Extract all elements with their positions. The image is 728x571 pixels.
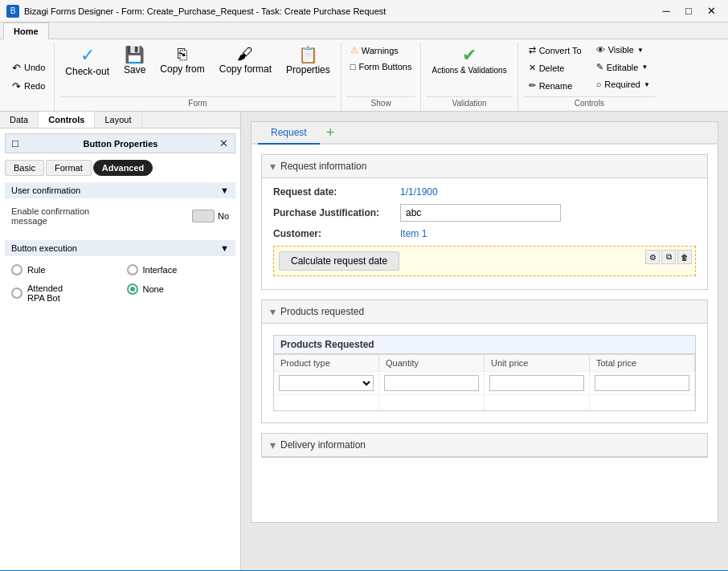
radio-col-left: Rule Attended RPA Bot [11,264,114,303]
unit-price-input[interactable] [489,375,584,391]
products-title: Products requested [280,306,364,317]
radio-rule[interactable]: Rule [11,264,114,275]
copy-format-label: Copy format [219,63,272,75]
radio-interface-label: Interface [143,265,178,275]
request-info-section: ▾ Request information Request date: 1/1/… [261,154,708,290]
undo-redo-group: ↶ Undo ↷ Redo [3,43,55,111]
ribbon-group-validation-items: ✔ Actions & Validations [426,43,512,96]
ribbon-tab-home[interactable]: Home [3,22,49,39]
request-info-collapse[interactable]: ▾ [270,160,276,173]
actions-label: Actions & Validations [431,66,506,75]
actions-validations-button[interactable]: ✔ Actions & Validations [426,43,512,77]
warnings-label: Warnings [362,46,399,55]
table-empty-row [274,394,695,410]
ribbon-tabs: Home [0,22,728,39]
col-product-type: Product type [274,354,379,371]
toggle-label: No [218,211,229,221]
delivery-collapse[interactable]: ▾ [270,438,276,451]
button-toolbar: ⚙ ⧉ 🗑 [645,250,692,264]
btn-tool-settings[interactable]: ⚙ [645,250,660,264]
undo-label: Undo [24,63,45,72]
form-buttons-button[interactable]: □ Form Buttons [346,59,416,74]
cell-empty1 [274,394,379,410]
delivery-section: ▾ Delivery information [261,433,708,458]
properties-icon: □ [12,137,18,149]
ribbon-group-controls-items: ⇄ Convert To ✕ Delete ✏ Rename 👁 [523,43,656,96]
products-collapse[interactable]: ▾ [270,305,276,318]
required-label: Required [604,80,640,89]
radio-interface-circle [127,264,138,275]
total-price-input[interactable] [595,375,689,391]
products-header: ▾ Products requested [262,300,707,324]
editable-button[interactable]: ✎ Editable ▼ [591,59,656,75]
convert-icon: ⇄ [529,45,536,55]
property-tab-format[interactable]: Format [46,160,92,176]
purchase-justification-label: Purchase Justification: [273,207,394,218]
property-tab-basic[interactable]: Basic [5,160,44,176]
user-confirmation-collapse-icon: ▼ [220,186,229,195]
properties-icon: 📋 [298,45,318,64]
customer-link[interactable]: Item 1 [400,228,427,239]
btn-tool-copy[interactable]: ⧉ [661,250,676,264]
canvas-tabs: Request + [252,122,718,145]
rename-button[interactable]: ✏ Rename [523,78,587,93]
required-button[interactable]: ○ Required ▼ [591,77,656,92]
btn-tool-delete[interactable]: 🗑 [677,250,692,264]
form-canvas: Request + ▾ Request information Request … [251,121,718,523]
properties-header: □ Button Properties ✕ [5,133,235,153]
user-confirmation-section-header[interactable]: User confirmation ▼ [5,182,235,198]
ribbon-group-form: ✓ Check-out 💾 Save ⎘ Copy from 🖌 Copy fo… [55,43,341,111]
radio-none[interactable]: None [127,283,230,295]
warnings-button[interactable]: ⚠ Warnings [346,43,403,58]
minimize-button[interactable]: ─ [656,3,677,19]
controls-col1: ⇄ Convert To ✕ Delete ✏ Rename [523,43,587,93]
ribbon-group-show: ⚠ Warnings □ Form Buttons Show [342,43,422,111]
copy-format-button[interactable]: 🖌 Copy format [214,43,277,77]
request-info-header: ▾ Request information [262,155,707,178]
table-data-row [274,371,695,394]
purchase-justification-input[interactable] [400,204,561,222]
products-section: ▾ Products requested Products Requested … [261,300,708,423]
calculate-request-date-button[interactable]: Calculate request date [279,251,399,271]
add-tab-button[interactable]: + [320,124,342,141]
copy-from-button[interactable]: ⎘ Copy from [154,43,210,77]
toggle-container: No [192,210,229,222]
product-type-dropdown[interactable] [279,375,374,391]
properties-button[interactable]: 📋 Properties [280,43,336,78]
save-button[interactable]: 💾 Save [118,43,151,78]
ribbon-group-validation: ✔ Actions & Validations Validation [421,43,517,111]
user-confirmation-section-content: Enable confirmation message No [5,203,235,234]
close-button[interactable]: ✕ [701,3,722,19]
panel-tab-controls[interactable]: Controls [39,112,95,128]
radio-rpa-bot[interactable]: Attended RPA Bot [11,283,114,303]
checkout-label: Check-out [65,66,109,77]
delivery-title: Delivery information [280,439,366,451]
maximize-button[interactable]: □ [678,3,699,19]
panel-tab-data[interactable]: Data [0,112,39,128]
right-canvas[interactable]: Request + ▾ Request information Request … [241,112,728,570]
redo-button[interactable]: ↷ Redo [8,78,49,95]
undo-button[interactable]: ↶ Undo [8,59,49,76]
panel-tab-layout[interactable]: Layout [95,112,141,128]
button-execution-section-header[interactable]: Button execution ▼ [5,240,235,256]
editable-arrow: ▼ [641,63,648,71]
radio-rpa-label: Attended RPA Bot [27,283,63,303]
cell-unit-price [485,371,590,394]
cell-empty3 [485,394,590,410]
radio-interface[interactable]: Interface [127,264,230,275]
properties-close-button[interactable]: ✕ [219,137,228,149]
visible-button[interactable]: 👁 Visible ▼ [591,43,656,57]
convert-to-button[interactable]: ⇄ Convert To [523,43,587,58]
checkout-button[interactable]: ✓ Check-out [59,43,115,80]
canvas-tab-request[interactable]: Request [258,122,320,145]
quantity-input[interactable] [384,375,479,391]
visible-icon: 👁 [596,45,605,55]
confirmation-toggle[interactable] [192,210,215,222]
delete-button[interactable]: ✕ Delete [523,60,587,75]
validation-group-label: Validation [426,96,512,111]
show-group-label: Show [346,96,416,111]
copy-format-icon: 🖌 [237,45,253,63]
save-label: Save [124,64,145,75]
property-tab-advanced[interactable]: Advanced [93,160,153,176]
visible-arrow: ▼ [637,47,644,54]
